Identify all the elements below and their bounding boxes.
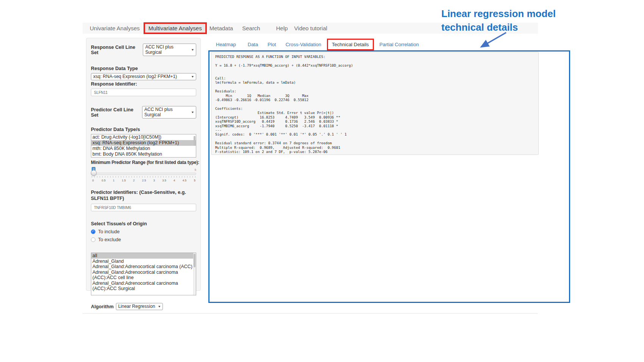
predictor-cell-line-set-value: ACC NCI plus Surgical: [144, 107, 188, 117]
slider-tick-label: 3: [153, 179, 155, 182]
technical-details-highlight-panel: PREDICTED RESPONSE AS A FUNCTION OF INPU…: [208, 50, 570, 303]
response-cell-line-set-row: Response Cell Line Set ACC NCI plus Surg…: [91, 44, 196, 56]
response-cell-line-set-select[interactable]: ACC NCI plus Surgical ▼: [143, 44, 196, 56]
slider-max-label: 5: [195, 168, 196, 172]
response-identifier-input[interactable]: SLFN11: [91, 89, 196, 96]
technical-details-output: PREDICTED RESPONSE AS A FUNCTION OF INPU…: [211, 52, 539, 155]
predictor-identifiers-input[interactable]: TNFRSF10D TMBIM6: [91, 204, 196, 211]
tab-partial-correlation[interactable]: Partial Correlation: [376, 39, 423, 50]
listbox-option[interactable]: Adrenal_Gland:Adrenocortical carcinoma (…: [91, 270, 196, 281]
predictor-data-types-label: Predictor Data Type/s: [91, 127, 196, 132]
tissue-include-radio[interactable]: To include: [91, 229, 196, 234]
bottom-divider: [83, 313, 538, 314]
predictor-identifiers-label: Predictor Identifiers: (Case-Sensitive, …: [91, 189, 193, 201]
listbox-option[interactable]: act: Drug Activity (-log10[IC50M]): [91, 134, 196, 140]
slider-tick-label: 2.5: [142, 179, 146, 182]
algorithm-row: Algorithm Linear Regression ▼: [91, 303, 196, 310]
response-data-type-value: xsq: RNA-seq Expression (log2 FPKM+1): [93, 74, 177, 79]
algorithm-label: Algorithm: [91, 304, 114, 309]
listbox-option[interactable]: all: [91, 253, 196, 259]
slider-tick-label: 1: [113, 179, 114, 182]
slider-tick-labels: 0 0.5 1 1.5 2 2.5 3 3.5 4 4.5 5: [91, 179, 196, 183]
listbox-option[interactable]: Adrenal_Gland: [91, 259, 196, 264]
slider-tick-label: 0: [92, 179, 94, 182]
slider-handle[interactable]: [91, 170, 97, 176]
predictor-cell-line-set-select[interactable]: ACC NCI plus Surgical ▼: [142, 106, 196, 119]
nav-item-multivariate-analyses[interactable]: Multivariate Analyses: [144, 22, 207, 34]
predictor-cell-line-set-row: Predictor Cell Line Set ACC NCI plus Sur…: [91, 106, 196, 119]
listbox-option[interactable]: mth: DNA 850K Methylation: [91, 146, 196, 151]
predictor-cell-line-set-label: Predictor Cell Line Set: [91, 107, 140, 118]
tab-plot[interactable]: Plot: [264, 39, 280, 50]
chevron-down-icon: ▼: [191, 48, 194, 51]
slider-tick-label: 4.5: [183, 179, 186, 182]
listbox-option[interactable]: Adrenal_Gland:Adrenocortical carcinoma (…: [91, 281, 196, 292]
tab-data[interactable]: Data: [244, 39, 262, 50]
response-cell-line-set-label: Response Cell Line Set: [91, 45, 141, 55]
tissue-listbox: all Adrenal_Gland Adrenal_Gland:Adrenoco…: [91, 253, 196, 295]
chevron-down-icon: ▼: [191, 75, 194, 78]
radio-unselected-icon: [91, 237, 95, 242]
tissue-include-label: To include: [98, 229, 120, 234]
scrollbar-thumb[interactable]: [194, 254, 195, 267]
tab-technical-details[interactable]: Technical Details: [327, 39, 374, 50]
slider-tick-label: 4: [174, 179, 175, 182]
slider-track[interactable]: [91, 173, 196, 175]
minimum-predictor-range-slider: 0 5 0 0.5 1 1.5 2 2.5 3 3.5 4 4.5 5: [91, 167, 196, 184]
algorithm-select[interactable]: Linear Regression ▼: [116, 303, 163, 310]
tissue-exclude-label: To exclude: [98, 237, 121, 242]
slider-tick-marks: [92, 176, 195, 178]
tissue-origin-label: Select Tissue/s of Origin: [91, 221, 196, 226]
slider-tick-label: 1.5: [122, 179, 126, 182]
response-cell-line-set-value: ACC NCI plus Surgical: [145, 44, 188, 55]
slider-tick-label: 0.5: [102, 179, 105, 182]
tab-cross-validation[interactable]: Cross-Validation: [282, 39, 325, 50]
results-tab-bar: Heatmap Data Plot Cross-Validation Techn…: [212, 39, 423, 50]
response-data-type-label: Response Data Type: [91, 66, 196, 71]
chevron-down-icon: ▼: [158, 305, 161, 308]
slider-tick-label: 3.5: [162, 179, 166, 182]
response-identifier-label: Response Identifier:: [91, 81, 196, 87]
tab-heatmap[interactable]: Heatmap: [212, 39, 240, 50]
response-data-type-select[interactable]: xsq: RNA-seq Expression (log2 FPKM+1) ▼: [91, 73, 196, 80]
slider-tick-label: 2: [133, 179, 134, 182]
listbox-option[interactable]: xsq: RNA-seq Expression (log2 FPKM+1): [91, 140, 196, 146]
nav-item-help[interactable]: Help: [276, 25, 288, 31]
predictor-data-type-listbox: act: Drug Activity (-log10[IC50M]) xsq: …: [91, 134, 196, 158]
listbox-option[interactable]: Adrenal_Gland:Adrenocortical carcinoma (…: [91, 264, 196, 270]
chevron-down-icon: ▼: [191, 111, 194, 114]
slider-tick-label: 5: [194, 179, 195, 182]
nav-item-video-tutorial[interactable]: Video tutorial: [294, 25, 327, 31]
nav-item-univariate-analyses[interactable]: Univariate Analyses: [90, 25, 140, 31]
listbox-option[interactable]: bmt: Body DNA 850K Methylation: [91, 151, 196, 157]
nav-item-search[interactable]: Search: [242, 25, 260, 31]
algorithm-value: Linear Regression: [118, 304, 155, 309]
min-predictor-range-label: Minimum Predictor Range (for first liste…: [91, 160, 196, 165]
radio-selected-icon: [91, 229, 95, 234]
annotation-arrow-icon: [472, 30, 510, 51]
scrollbar-thumb[interactable]: [194, 136, 195, 146]
nav-item-metadata[interactable]: Metadata: [209, 25, 233, 31]
sidebar-panel: Response Cell Line Set ACC NCI plus Surg…: [86, 38, 201, 291]
tissue-exclude-radio[interactable]: To exclude: [91, 237, 196, 242]
